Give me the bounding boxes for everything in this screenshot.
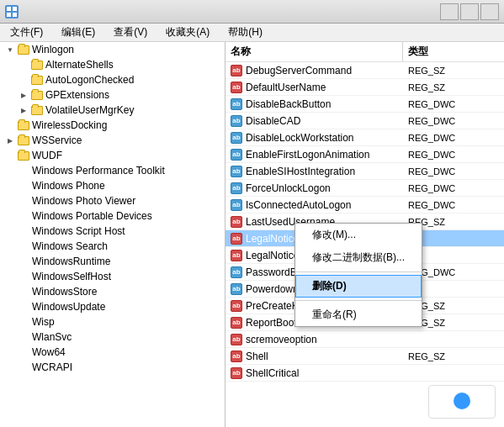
reg-type-cell: REG_SZ [403,65,504,76]
menu-item-e[interactable]: 编辑(E) [56,24,100,41]
tree-label-wcrapi: WCRAPI [32,361,72,373]
reg-name-cell: abDisableBackButton [225,98,403,111]
reg-name-text: scremoveoption [246,334,317,345]
reg-row[interactable]: abEnableSIHostIntegrationREG_DWC [225,163,504,180]
context-menu-item-modify[interactable]: 修改(M)... [295,224,422,246]
maximize-button[interactable] [460,3,479,20]
reg-type-icon: ab [231,367,242,379]
tree-item-winruntime[interactable]: WindowsRuntime [0,254,225,269]
reg-row[interactable]: abForceUnlockLogonREG_DWC [225,180,504,197]
reg-name-text: ShellCritical [246,367,299,379]
tree-item-wireless[interactable]: WirelessDocking [0,118,225,133]
svg-rect-1 [13,7,17,11]
main-content: ▼WinlogonAlternateShellsAutoLogonChecked… [0,42,504,427]
context-menu-item-modify-binary[interactable]: 修改二进制数据(B)... [295,246,422,269]
reg-row[interactable]: abDebugServerCommandREG_SZ [225,62,504,79]
reg-name-text: DisableBackButton [246,98,331,110]
menu-item-f[interactable]: 文件(F) [5,24,48,41]
reg-row[interactable]: abscremoveoption [225,331,504,348]
tree-label-volatile: VolatileUserMgrKey [45,104,134,116]
minimize-button[interactable] [440,3,459,20]
tree-toggle-gpext[interactable]: ▶ [17,88,30,102]
reg-name-text: DisableCAD [246,115,300,127]
folder-icon-autologon [30,74,44,86]
reg-name-text: EnableFirstLogonAnimation [246,149,369,161]
registry-tree[interactable]: ▼WinlogonAlternateShellsAutoLogonChecked… [0,42,225,427]
tree-item-winselfhost[interactable]: WindowsSelfHost [0,269,225,284]
reg-type-icon: ab [231,216,242,228]
svg-rect-0 [7,7,11,11]
reg-type-cell: REG_DWC [403,98,504,110]
reg-name-text: ForceUnlockLogon [246,182,331,194]
reg-type-cell [403,372,504,374]
folder-icon-altshells [30,59,44,71]
context-menu-item-rename[interactable]: 重命名(R) [295,303,422,326]
reg-type-icon: ab [231,266,242,278]
tree-toggle-wsservice[interactable]: ▶ [3,134,17,147]
reg-row[interactable]: abDisableLockWorkstationREG_DWC [225,129,504,146]
tree-item-altshells[interactable]: AlternateShells [0,57,225,72]
tree-item-winperf[interactable]: Windows Performance Toolkit [0,163,225,178]
tree-item-volatile[interactable]: ▶VolatileUserMgrKey [0,103,225,118]
watermark-logo [454,393,470,409]
context-menu: 修改(M)...修改二进制数据(B)...删除(D)重命名(R) [294,223,422,327]
close-button[interactable] [480,3,499,20]
reg-type-cell: REG_DWC [403,199,504,211]
tree-item-wlansvc[interactable]: WlanSvc [0,329,225,345]
reg-type-icon: ab [231,233,242,245]
folder-icon-wsservice [17,134,30,146]
tree-item-wisp[interactable]: Wisp [0,314,225,329]
tree-item-winsearch[interactable]: Windows Search [0,239,225,254]
reg-row[interactable]: abShellREG_SZ [225,348,504,365]
tree-item-winlogon[interactable]: ▼Winlogon [0,42,225,57]
tree-label-winlogon: Winlogon [32,44,74,55]
tree-label-winstore: WindowsStore [32,286,97,298]
tree-item-wudf[interactable]: WUDF [0,148,225,163]
tree-label-wudf: WUDF [32,150,62,161]
tree-label-winphoto: Windows Photo Viewer [32,195,135,207]
window-controls [440,3,499,20]
reg-row[interactable]: abDefaultUserNameREG_SZ [225,79,504,96]
tree-item-winphoto[interactable]: Windows Photo Viewer [0,193,225,208]
context-menu-item-delete[interactable]: 删除(D) [295,275,422,298]
reg-type-cell: REG_DWC [403,166,504,177]
reg-name-cell: abscremoveoption [225,333,403,346]
reg-name-cell: abIsConnectedAutoLogon [225,198,403,212]
tree-label-winperf: Windows Performance Toolkit [32,165,165,177]
tree-label-winscript: Windows Script Host [32,225,125,237]
reg-row[interactable]: abIsConnectedAutoLogonREG_DWC [225,197,504,214]
tree-label-winselfhost: WindowsSelfHost [32,271,111,282]
tree-item-winscript[interactable]: Windows Script Host [0,224,225,239]
tree-label-winupdate: WindowsUpdate [32,301,105,313]
tree-item-gpext[interactable]: ▶GPExtensions [0,87,225,103]
reg-type-icon: ab [231,317,242,329]
tree-item-winupdate[interactable]: WindowsUpdate [0,299,225,314]
reg-type-icon: ab [231,166,242,177]
tree-item-wsservice[interactable]: ▶WSService [0,133,225,148]
reg-row[interactable]: abEnableFirstLogonAnimationREG_DWC [225,146,504,163]
tree-item-winportable[interactable]: Windows Portable Devices [0,208,225,224]
title-bar [0,0,504,24]
reg-row[interactable]: abShellCritical [225,365,504,382]
reg-row[interactable]: abDisableCADREG_DWC [225,113,504,129]
tree-label-wow64: Wow64 [32,346,66,358]
reg-type-cell: REG_SZ [403,82,504,93]
menu-bar: 文件(F)编辑(E)查看(V)收藏夹(A)帮助(H) [0,24,504,42]
menu-item-v[interactable]: 查看(V) [109,24,152,41]
tree-label-winsearch: Windows Search [32,240,108,252]
menu-item-h[interactable]: 帮助(H) [223,24,268,41]
reg-row[interactable]: abDisableBackButtonREG_DWC [225,96,504,113]
tree-item-winphone[interactable]: Windows Phone [0,178,225,193]
tree-toggle-volatile[interactable]: ▶ [17,103,30,117]
tree-item-winstore[interactable]: WindowsStore [0,284,225,299]
reg-type-icon: ab [231,149,242,161]
tree-item-wow64[interactable]: Wow64 [0,345,225,360]
tree-item-wcrapi[interactable]: WCRAPI [0,360,225,375]
reg-name-text: Shell [246,351,268,362]
tree-toggle-winlogon[interactable]: ▼ [3,43,17,56]
menu-item-a[interactable]: 收藏夹(A) [161,24,215,41]
tree-item-autologon[interactable]: AutoLogonChecked [0,72,225,87]
reg-name-cell: abShell [225,350,403,363]
reg-name-cell: abDebugServerCommand [225,64,403,77]
reg-type-cell [403,339,504,340]
